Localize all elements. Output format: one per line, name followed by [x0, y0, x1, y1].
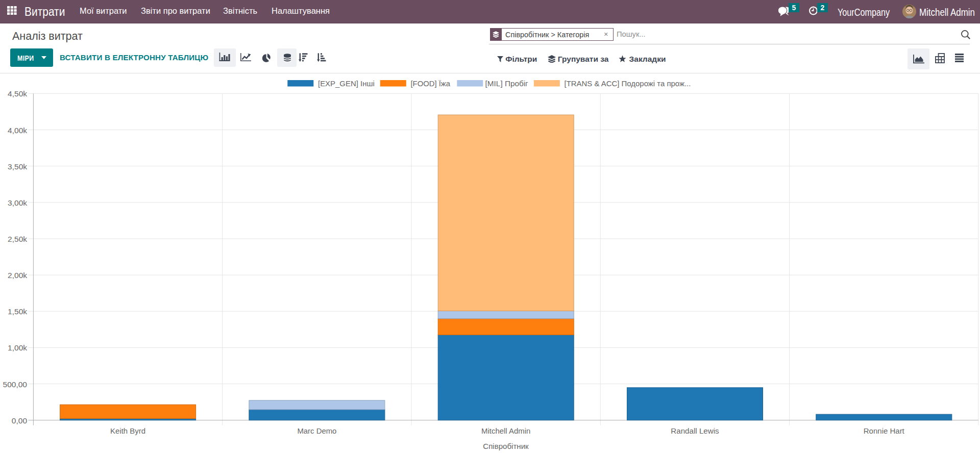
svg-text:0,00: 0,00	[12, 416, 28, 425]
svg-text:Keith Byrd: Keith Byrd	[110, 426, 145, 435]
svg-text:4,50k: 4,50k	[8, 89, 27, 98]
svg-text:500,00: 500,00	[3, 380, 28, 389]
svg-text:1,00k: 1,00k	[8, 343, 27, 352]
svg-text:[MIL] Пробіг: [MIL] Пробіг	[485, 79, 528, 88]
svg-text:[EXP_GEN] Інші: [EXP_GEN] Інші	[318, 79, 375, 88]
svg-text:Ronnie Hart: Ronnie Hart	[864, 426, 905, 435]
svg-text:Randall Lewis: Randall Lewis	[671, 426, 719, 435]
svg-text:[FOOD] Їжа: [FOOD] Їжа	[411, 79, 451, 88]
svg-text:1,50k: 1,50k	[8, 307, 27, 316]
svg-text:Співробітник: Співробітник	[483, 442, 529, 450]
svg-text:3,50k: 3,50k	[8, 162, 27, 171]
svg-text:Mitchell Admin: Mitchell Admin	[481, 426, 530, 435]
svg-text:4,00k: 4,00k	[8, 126, 27, 135]
svg-text:Marc Demo: Marc Demo	[297, 426, 336, 435]
svg-text:2,50k: 2,50k	[8, 235, 27, 243]
svg-text:2,00k: 2,00k	[8, 271, 27, 280]
svg-text:3,00k: 3,00k	[8, 198, 27, 207]
svg-text:[TRANS & ACC] Подорожі та прож: [TRANS & ACC] Подорожі та прож...	[565, 79, 691, 88]
